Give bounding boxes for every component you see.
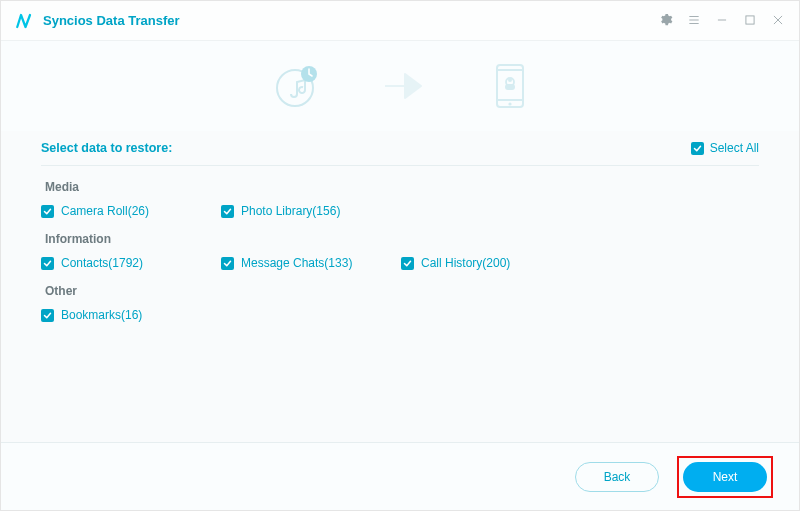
- check-icon: [41, 257, 54, 270]
- back-button[interactable]: Back: [575, 462, 659, 492]
- item-label: Photo Library(156): [241, 204, 340, 218]
- item-label: Message Chats(133): [241, 256, 352, 270]
- section-heading: Select data to restore:: [41, 141, 172, 155]
- select-all-label: Select All: [710, 141, 759, 155]
- check-icon: [41, 205, 54, 218]
- titlebar: Syncios Data Transfer: [1, 1, 799, 41]
- check-icon: [221, 257, 234, 270]
- target-phone-icon: [493, 62, 527, 110]
- source-music-icon: [273, 62, 321, 110]
- checkbox-contacts[interactable]: Contacts(1792): [41, 256, 221, 270]
- minimize-icon[interactable]: [715, 13, 729, 29]
- svg-point-13: [508, 78, 512, 82]
- group-label-other: Other: [45, 284, 759, 298]
- check-icon: [41, 309, 54, 322]
- item-label: Camera Roll(26): [61, 204, 149, 218]
- next-button-label: Next: [713, 470, 738, 484]
- svg-rect-4: [746, 15, 754, 23]
- back-button-label: Back: [604, 470, 631, 484]
- app-title: Syncios Data Transfer: [43, 13, 180, 28]
- item-label: Call History(200): [421, 256, 510, 270]
- select-all-checkbox[interactable]: Select All: [691, 141, 759, 155]
- item-label: Contacts(1792): [61, 256, 143, 270]
- checkbox-bookmarks[interactable]: Bookmarks(16): [41, 308, 221, 322]
- check-icon: [691, 142, 704, 155]
- next-button-highlight: Next: [677, 456, 773, 498]
- checkbox-camera-roll[interactable]: Camera Roll(26): [41, 204, 221, 218]
- check-icon: [221, 205, 234, 218]
- group-label-media: Media: [45, 180, 759, 194]
- checkbox-message-chats[interactable]: Message Chats(133): [221, 256, 401, 270]
- svg-point-11: [508, 102, 511, 105]
- checkbox-call-history[interactable]: Call History(200): [401, 256, 581, 270]
- item-label: Bookmarks(16): [61, 308, 142, 322]
- footer: Back Next: [1, 442, 799, 510]
- group-label-information: Information: [45, 232, 759, 246]
- settings-icon[interactable]: [658, 12, 673, 29]
- menu-icon[interactable]: [687, 13, 701, 29]
- next-button[interactable]: Next: [683, 462, 767, 492]
- transfer-hero: [1, 41, 799, 131]
- arrow-right-icon: [381, 69, 433, 103]
- svg-rect-14: [505, 84, 515, 90]
- window-controls: [658, 12, 785, 29]
- content-area: Select data to restore: Select All Media…: [1, 131, 799, 322]
- close-icon[interactable]: [771, 13, 785, 29]
- checkbox-photo-library[interactable]: Photo Library(156): [221, 204, 401, 218]
- maximize-icon[interactable]: [743, 13, 757, 29]
- app-logo-icon: [15, 12, 33, 30]
- check-icon: [401, 257, 414, 270]
